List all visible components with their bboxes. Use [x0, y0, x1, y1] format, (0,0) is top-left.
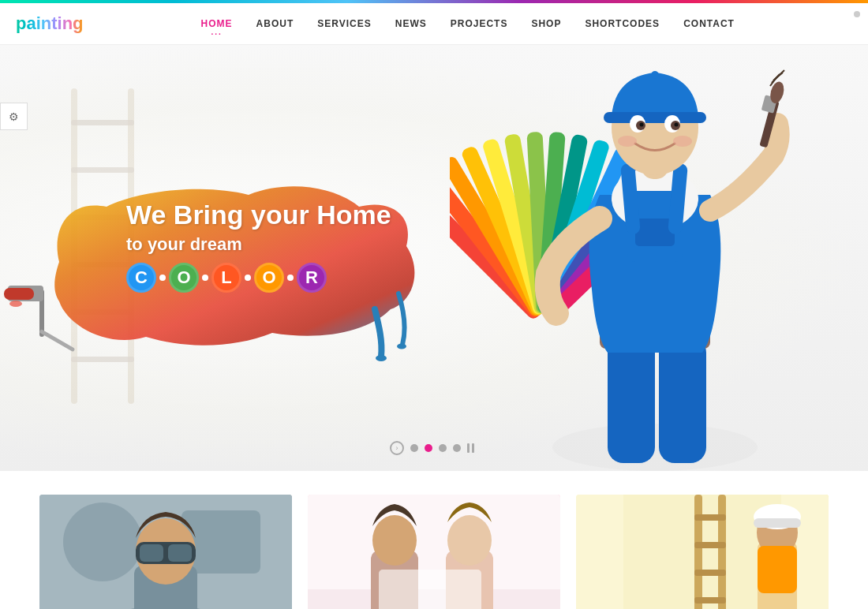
nav-about[interactable]: ABOUT — [256, 18, 294, 29]
svg-point-67 — [372, 515, 417, 566]
letter-l: L — [211, 263, 241, 293]
nav-projects[interactable]: PROJECTS — [451, 18, 508, 29]
slider-pause-button[interactable] — [467, 443, 478, 453]
svg-rect-77 — [694, 542, 726, 548]
nav-contact[interactable]: CONTACT — [683, 18, 735, 29]
svg-point-13 — [376, 355, 387, 361]
settings-button[interactable]: ⚙ — [0, 103, 28, 130]
svg-rect-74 — [694, 495, 702, 609]
main-nav: HOME ABOUT SERVICES NEWS PROJECTS SHOP S… — [84, 18, 852, 29]
svg-rect-10 — [4, 288, 34, 300]
svg-rect-40 — [604, 112, 706, 123]
svg-rect-84 — [758, 546, 797, 593]
nav-shortcodes[interactable]: SHORTCODES — [585, 18, 660, 29]
svg-point-69 — [447, 515, 492, 566]
slider-dot-1[interactable] — [410, 444, 418, 452]
svg-point-55 — [63, 503, 142, 581]
letter-o1: O — [169, 263, 199, 293]
svg-point-46 — [640, 123, 644, 127]
hero-person-image — [489, 53, 821, 471]
svg-point-11 — [9, 301, 22, 307]
letter-c: C — [126, 263, 156, 293]
pause-bar-left — [467, 443, 470, 453]
hero-title-line2: to your dream — [126, 234, 391, 255]
cards-row — [0, 495, 868, 609]
svg-rect-83 — [754, 518, 801, 528]
svg-point-14 — [397, 344, 406, 349]
card-person-goggles[interactable] — [39, 495, 292, 609]
dot-4 — [287, 275, 294, 281]
svg-rect-75 — [718, 495, 726, 609]
hero-text-block: We Bring your Home to your dream C O L O… — [126, 199, 391, 293]
letter-o2: O — [254, 263, 284, 293]
nav-shop[interactable]: SHOP — [531, 18, 561, 29]
gear-icon: ⚙ — [9, 110, 19, 123]
pause-bar-right — [472, 443, 474, 453]
card-ladder-worker[interactable] — [576, 495, 829, 609]
svg-point-41 — [651, 71, 659, 79]
svg-rect-62 — [168, 544, 192, 562]
slider-dot-3[interactable] — [439, 444, 447, 452]
nav-home[interactable]: HOME — [201, 18, 233, 29]
svg-rect-79 — [694, 597, 726, 603]
letter-r: R — [297, 263, 327, 293]
header-dot — [854, 11, 860, 17]
dot-1 — [159, 275, 166, 281]
svg-point-47 — [675, 123, 679, 127]
svg-rect-78 — [694, 570, 726, 576]
nav-news[interactable]: NEWS — [395, 18, 427, 29]
site-logo[interactable]: painting — [16, 13, 84, 34]
svg-rect-31 — [659, 337, 706, 463]
color-word-display: C O L O R — [126, 263, 391, 293]
card-two-people[interactable] — [308, 495, 560, 609]
svg-rect-2 — [71, 120, 134, 125]
nav-services[interactable]: SERVICES — [317, 18, 371, 29]
svg-point-49 — [673, 136, 692, 147]
slider-dot-4[interactable] — [453, 444, 461, 452]
bottom-section — [0, 471, 868, 609]
header: painting HOME ABOUT SERVICES NEWS PROJEC… — [0, 3, 868, 45]
dot-3 — [245, 275, 251, 281]
svg-rect-61 — [140, 544, 163, 562]
slider-prev-button[interactable]: › — [390, 441, 404, 455]
dot-2 — [202, 275, 208, 281]
slider-controls: › — [390, 441, 478, 455]
svg-rect-76 — [694, 514, 726, 521]
hero-title-line1: We Bring your Home — [126, 199, 391, 231]
hero-banner: We Bring your Home to your dream C O L O… — [0, 45, 868, 471]
svg-rect-30 — [608, 337, 655, 463]
svg-point-48 — [618, 136, 637, 147]
slider-dot-2[interactable] — [425, 444, 432, 452]
svg-rect-70 — [379, 570, 481, 609]
